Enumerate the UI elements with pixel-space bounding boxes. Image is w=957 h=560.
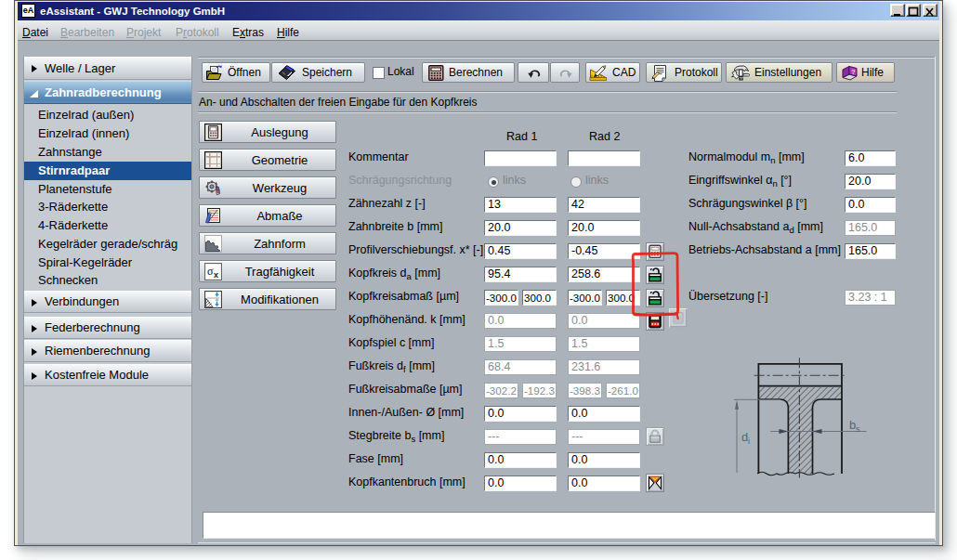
svg-text:x: x (214, 270, 218, 280)
svg-text:s: s (856, 424, 860, 434)
svg-text:σ: σ (207, 265, 214, 278)
svg-text:i: i (748, 436, 750, 446)
svg-text:?: ? (851, 68, 856, 76)
